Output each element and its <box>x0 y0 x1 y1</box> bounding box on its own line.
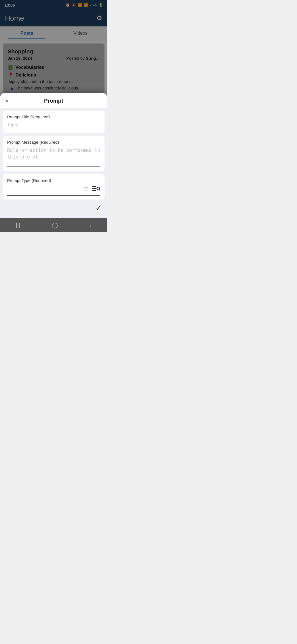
svg-line-4 <box>99 190 100 191</box>
prompt-type-section: Prompt Type (Required) ☰ <box>3 174 105 200</box>
search-list-icon[interactable] <box>92 185 100 193</box>
prompt-type-label: Prompt Type (Required) <box>7 178 100 183</box>
prompt-title-section: Prompt Title (Required) <box>3 111 105 133</box>
prompt-modal-title: Prompt <box>44 98 63 104</box>
nav-back-button[interactable]: ‹ <box>84 220 97 231</box>
prompt-message-section: Prompt Message (Required) <box>3 136 105 171</box>
prompt-submit-row: ✓ <box>0 200 107 212</box>
prompt-modal: × Prompt Prompt Title (Required) Prompt … <box>0 93 107 218</box>
prompt-type-row: ☰ <box>7 185 100 196</box>
prompt-title-input[interactable] <box>7 122 100 129</box>
list-icon[interactable]: ☰ <box>83 186 89 193</box>
prompt-header: × Prompt <box>0 93 107 108</box>
close-button[interactable]: × <box>5 97 9 105</box>
prompt-message-input[interactable] <box>7 147 100 167</box>
bottom-nav: ||| ◯ ‹ <box>0 218 107 232</box>
nav-recent-apps-button[interactable]: ||| <box>10 220 26 231</box>
prompt-title-label: Prompt Title (Required) <box>7 114 100 119</box>
prompt-message-label: Prompt Message (Required) <box>7 140 100 144</box>
nav-home-button[interactable]: ◯ <box>46 220 63 231</box>
submit-check-button[interactable]: ✓ <box>95 203 102 212</box>
